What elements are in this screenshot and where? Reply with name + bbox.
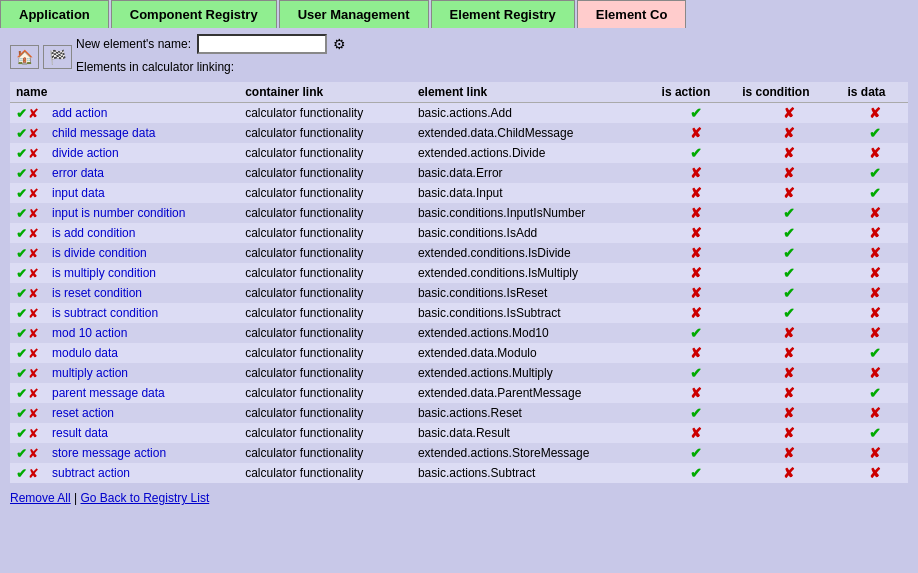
row-is-data: ✔ bbox=[842, 163, 908, 183]
row-name-link[interactable]: subtract action bbox=[52, 466, 130, 480]
cross-mark: ✘ bbox=[690, 305, 702, 321]
row-name[interactable]: is add condition bbox=[46, 223, 239, 243]
row-is-condition: ✘ bbox=[736, 443, 841, 463]
cross-mark: ✘ bbox=[690, 265, 702, 281]
row-is-condition: ✘ bbox=[736, 143, 841, 163]
row-icons: ✔ ✘ bbox=[10, 383, 46, 403]
cross-mark: ✘ bbox=[690, 285, 702, 301]
row-name-link[interactable]: mod 10 action bbox=[52, 326, 127, 340]
row-is-action: ✔ bbox=[656, 443, 737, 463]
row-name[interactable]: divide action bbox=[46, 143, 239, 163]
delete-icon[interactable]: ✘ bbox=[28, 286, 39, 301]
home-button[interactable]: 🏠 bbox=[10, 45, 39, 69]
cross-mark: ✘ bbox=[869, 305, 881, 321]
row-name-link[interactable]: input data bbox=[52, 186, 105, 200]
check-icon: ✔ bbox=[16, 186, 27, 201]
flag-button[interactable]: 🏁 bbox=[43, 45, 72, 69]
row-is-action: ✘ bbox=[656, 343, 737, 363]
cross-mark: ✘ bbox=[783, 465, 795, 481]
cross-mark: ✘ bbox=[869, 265, 881, 281]
cross-mark: ✘ bbox=[690, 205, 702, 221]
delete-icon[interactable]: ✘ bbox=[28, 166, 39, 181]
row-name-link[interactable]: is add condition bbox=[52, 226, 135, 240]
row-container: calculator functionality bbox=[239, 443, 412, 463]
tab-application[interactable]: Application bbox=[0, 0, 109, 28]
row-name[interactable]: is multiply condition bbox=[46, 263, 239, 283]
delete-icon[interactable]: ✘ bbox=[28, 206, 39, 221]
delete-icon[interactable]: ✘ bbox=[28, 106, 39, 121]
row-name[interactable]: child message data bbox=[46, 123, 239, 143]
row-name[interactable]: mod 10 action bbox=[46, 323, 239, 343]
tab-element-registry[interactable]: Element Registry bbox=[431, 0, 575, 28]
go-back-link[interactable]: Go Back to Registry List bbox=[81, 491, 210, 505]
delete-icon[interactable]: ✘ bbox=[28, 226, 39, 241]
row-is-action: ✔ bbox=[656, 323, 737, 343]
row-name[interactable]: reset action bbox=[46, 403, 239, 423]
row-name-link[interactable]: modulo data bbox=[52, 346, 118, 360]
row-name-link[interactable]: result data bbox=[52, 426, 108, 440]
row-name[interactable]: error data bbox=[46, 163, 239, 183]
row-is-action: ✘ bbox=[656, 383, 737, 403]
tab-element-co[interactable]: Element Co bbox=[577, 0, 687, 28]
row-name-link[interactable]: input is number condition bbox=[52, 206, 185, 220]
delete-icon[interactable]: ✘ bbox=[28, 306, 39, 321]
row-name[interactable]: input data bbox=[46, 183, 239, 203]
delete-icon[interactable]: ✘ bbox=[28, 366, 39, 381]
row-name[interactable]: is divide condition bbox=[46, 243, 239, 263]
delete-icon[interactable]: ✘ bbox=[28, 246, 39, 261]
row-container: calculator functionality bbox=[239, 103, 412, 124]
row-is-action: ✘ bbox=[656, 123, 737, 143]
col-container: container link bbox=[239, 82, 412, 103]
row-name[interactable]: result data bbox=[46, 423, 239, 443]
row-is-data: ✘ bbox=[842, 203, 908, 223]
check-mark: ✔ bbox=[690, 445, 702, 461]
row-name[interactable]: store message action bbox=[46, 443, 239, 463]
row-name-link[interactable]: error data bbox=[52, 166, 104, 180]
delete-icon[interactable]: ✘ bbox=[28, 386, 39, 401]
row-name[interactable]: input is number condition bbox=[46, 203, 239, 223]
delete-icon[interactable]: ✘ bbox=[28, 146, 39, 161]
row-name-link[interactable]: is reset condition bbox=[52, 286, 142, 300]
row-name-link[interactable]: parent message data bbox=[52, 386, 165, 400]
delete-icon[interactable]: ✘ bbox=[28, 266, 39, 281]
delete-icon[interactable]: ✘ bbox=[28, 346, 39, 361]
delete-icon[interactable]: ✘ bbox=[28, 186, 39, 201]
check-mark: ✔ bbox=[783, 205, 795, 221]
row-name[interactable]: multiply action bbox=[46, 363, 239, 383]
row-container: calculator functionality bbox=[239, 463, 412, 483]
row-name[interactable]: parent message data bbox=[46, 383, 239, 403]
row-name-link[interactable]: divide action bbox=[52, 146, 119, 160]
delete-icon[interactable]: ✘ bbox=[28, 426, 39, 441]
table-row: ✔ ✘ add actioncalculator functionalityba… bbox=[10, 103, 908, 124]
row-name-link[interactable]: is divide condition bbox=[52, 246, 147, 260]
table-row: ✔ ✘ divide actioncalculator functionalit… bbox=[10, 143, 908, 163]
new-element-input[interactable] bbox=[197, 34, 327, 54]
delete-icon[interactable]: ✘ bbox=[28, 406, 39, 421]
row-name-link[interactable]: is multiply condition bbox=[52, 266, 156, 280]
delete-icon[interactable]: ✘ bbox=[28, 466, 39, 481]
row-name-link[interactable]: child message data bbox=[52, 126, 155, 140]
check-icon: ✔ bbox=[16, 266, 27, 281]
row-name-link[interactable]: add action bbox=[52, 106, 107, 120]
gear-icon[interactable]: ⚙ bbox=[333, 36, 346, 52]
row-name[interactable]: modulo data bbox=[46, 343, 239, 363]
cross-mark: ✘ bbox=[869, 245, 881, 261]
remove-all-link[interactable]: Remove All bbox=[10, 491, 71, 505]
row-name[interactable]: is reset condition bbox=[46, 283, 239, 303]
tab-user-management[interactable]: User Management bbox=[279, 0, 429, 28]
delete-icon[interactable]: ✘ bbox=[28, 446, 39, 461]
check-icon: ✔ bbox=[16, 426, 27, 441]
row-name-link[interactable]: reset action bbox=[52, 406, 114, 420]
row-container: calculator functionality bbox=[239, 183, 412, 203]
row-name[interactable]: is subtract condition bbox=[46, 303, 239, 323]
delete-icon[interactable]: ✘ bbox=[28, 326, 39, 341]
row-name-link[interactable]: multiply action bbox=[52, 366, 128, 380]
row-name[interactable]: subtract action bbox=[46, 463, 239, 483]
row-name[interactable]: add action bbox=[46, 103, 239, 124]
tab-component-registry[interactable]: Component Registry bbox=[111, 0, 277, 28]
row-name-link[interactable]: store message action bbox=[52, 446, 166, 460]
delete-icon[interactable]: ✘ bbox=[28, 126, 39, 141]
row-is-condition: ✔ bbox=[736, 203, 841, 223]
row-name-link[interactable]: is subtract condition bbox=[52, 306, 158, 320]
row-is-condition: ✘ bbox=[736, 183, 841, 203]
